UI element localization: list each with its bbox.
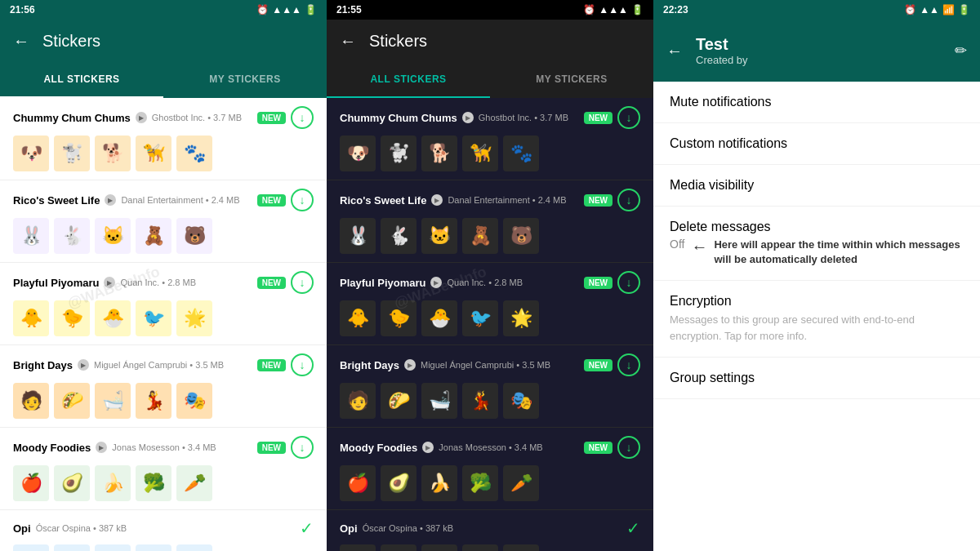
sticker-previews: 🐶 🐩 🐕 🦮 🐾 — [13, 136, 314, 171]
sticker-name: Opi — [340, 522, 358, 535]
sticker-preview: 🥑 — [54, 465, 90, 501]
sticker-preview: 🍌 — [95, 465, 131, 501]
edit-button[interactable]: ✏ — [955, 42, 967, 60]
sticker-meta: Miguel Ángel Camprubi • 3.5 MB — [421, 360, 579, 370]
download-button[interactable]: ↓ — [291, 271, 314, 294]
play-icon: ▶ — [422, 442, 434, 453]
play-icon: ▶ — [105, 194, 116, 206]
back-button-3[interactable]: ← — [666, 42, 683, 60]
download-button[interactable]: ↓ — [617, 353, 640, 376]
sticker-item-chummy-2[interactable]: Chummy Chum Chums ▶ Ghostbot Inc. • 3.7 … — [327, 98, 653, 180]
sticker-item-opi-2[interactable]: Opi Óscar Ospina • 387 kB ✓ 👻 👾 🤖 📦 🎮 — [327, 510, 653, 551]
sticker-preview: 🌮 — [381, 383, 416, 419]
sticker-previews: 🍎 🥑 🍌 🥦 🥕 — [13, 465, 314, 501]
new-badge: NEW — [257, 194, 286, 207]
sticker-item-bright-1[interactable]: Bright Days ▶ Miguel Ángel Camprubi • 3.… — [0, 345, 327, 428]
download-button[interactable]: ↓ — [617, 271, 640, 294]
sticker-preview: 🍎 — [340, 465, 376, 501]
new-badge: NEW — [584, 359, 612, 371]
play-icon: ▶ — [104, 277, 115, 288]
sticker-meta: Quan Inc. • 2.8 MB — [447, 278, 578, 287]
sticker-preview: 👻 — [13, 544, 49, 551]
play-icon: ▶ — [136, 112, 147, 123]
new-badge: NEW — [584, 112, 612, 124]
settings-item-group-settings[interactable]: Group settings — [653, 358, 980, 399]
tab-all-stickers-2[interactable]: ALL STICKERS — [327, 62, 490, 98]
sticker-item-rico-2[interactable]: Rico's Sweet Life ▶ Danal Entertainment … — [327, 180, 653, 263]
group-title: Test — [696, 35, 942, 54]
settings-item-encryption[interactable]: Encryption Messages to this group are se… — [653, 281, 980, 358]
sticker-preview: 🧑 — [340, 383, 376, 419]
sticker-preview: 🤖 — [95, 544, 131, 551]
sticker-list-2[interactable]: @WABetaInfo Chummy Chum Chums ▶ Ghostbot… — [327, 98, 653, 551]
sticker-meta: Óscar Ospina • 387 kB — [363, 523, 621, 533]
encryption-label: Encryption — [670, 294, 964, 309]
sticker-item-playful-2[interactable]: Playful Piyomaru ▶ Quan Inc. • 2.8 MB NE… — [327, 263, 653, 345]
settings-item-delete-messages[interactable]: Delete messages Off ← Here will appear t… — [653, 207, 980, 281]
group-settings-label: Group settings — [670, 371, 964, 385]
sticker-name: Chummy Chum Chums — [13, 112, 131, 124]
page-title-1: Stickers — [42, 32, 314, 51]
new-badge: NEW — [584, 442, 612, 454]
new-badge: NEW — [257, 277, 286, 289]
download-button[interactable]: ↓ — [291, 353, 314, 376]
back-button-2[interactable]: ← — [340, 32, 356, 51]
delete-off-value: Off — [670, 238, 684, 251]
status-time-3: 22:23 — [663, 4, 688, 16]
tabs-2: ALL STICKERS MY STICKERS — [327, 62, 653, 98]
sticker-preview: 🐣 — [95, 300, 131, 336]
status-icons-2: ⏰ ▲▲▲ 🔋 — [583, 4, 644, 16]
sticker-item-moody-2[interactable]: Moody Foodies ▶ Jonas Mosesson • 3.4 MB … — [327, 428, 653, 510]
settings-item-media-visibility[interactable]: Media visibility — [653, 165, 980, 207]
stickers-panel-light: 21:56 ⏰ ▲▲▲ 🔋 ← Stickers ALL STICKERS MY… — [0, 0, 327, 551]
sticker-item-chummy-1[interactable]: Chummy Chum Chums ▶ Ghostbot Inc. • 3.7 … — [0, 98, 327, 180]
settings-header: ← Test Created by ✏ — [653, 20, 980, 82]
play-icon: ▶ — [404, 359, 416, 371]
sticker-meta: Jonas Mosesson • 3.4 MB — [112, 442, 252, 452]
tab-all-stickers-1[interactable]: ALL STICKERS — [0, 62, 163, 98]
sticker-previews: 👻 👾 🤖 📦 🎮 — [13, 544, 314, 551]
tab-my-stickers-1[interactable]: MY STICKERS — [163, 62, 327, 98]
status-bar-3: 22:23 ⏰ ▲▲ 📶 🔋 — [653, 0, 980, 20]
wifi-icon: 📶 — [942, 4, 955, 16]
new-badge: NEW — [257, 112, 286, 124]
tab-my-stickers-2[interactable]: MY STICKERS — [490, 62, 653, 98]
settings-item-mute[interactable]: Mute notifications — [653, 82, 980, 123]
group-subtitle: Created by — [696, 54, 942, 66]
sticker-item-opi-1[interactable]: Opi Óscar Ospina • 387 kB ✓ 👻 👾 🤖 📦 🎮 — [0, 510, 327, 551]
sticker-name: Playful Piyomaru — [340, 277, 425, 289]
sticker-preview: 💃 — [462, 383, 498, 419]
sticker-preview: 👾 — [54, 544, 90, 551]
sticker-preview: 📦 — [136, 544, 172, 551]
download-button[interactable]: ↓ — [291, 189, 314, 211]
settings-item-custom-notifications[interactable]: Custom notifications — [653, 123, 980, 165]
sticker-preview: 🐩 — [54, 136, 90, 171]
sticker-previews: 🐥 🐤 🐣 🐦 🌟 — [340, 300, 640, 336]
sticker-list-1[interactable]: @WABetaInfo Chummy Chum Chums ▶ Ghostbot… — [0, 98, 327, 551]
sticker-preview: 🐩 — [381, 136, 416, 171]
sticker-item-bright-2[interactable]: Bright Days ▶ Miguel Ángel Camprubi • 3.… — [327, 345, 653, 428]
back-button-1[interactable]: ← — [13, 32, 29, 51]
download-button[interactable]: ↓ — [291, 106, 314, 129]
encryption-description: Messages to this group are secured with … — [670, 312, 964, 344]
sticker-preview: 🌟 — [503, 300, 539, 336]
sticker-item-rico-1[interactable]: Rico's Sweet Life ▶ Danal Entertainment … — [0, 180, 327, 263]
sticker-item-playful-1[interactable]: Playful Piyomaru ▶ Quan Inc. • 2.8 MB NE… — [0, 263, 327, 345]
custom-notifications-label: Custom notifications — [670, 136, 964, 151]
sticker-name: Bright Days — [340, 359, 399, 371]
download-button[interactable]: ↓ — [617, 106, 640, 129]
sticker-preview: 🧸 — [462, 218, 498, 254]
download-button[interactable]: ↓ — [617, 436, 640, 459]
sticker-item-moody-1[interactable]: Moody Foodies ▶ Jonas Mosesson • 3.4 MB … — [0, 428, 327, 510]
sticker-preview: 🌟 — [176, 300, 212, 336]
sticker-preview: 🐥 — [340, 300, 376, 336]
sticker-preview: 💃 — [136, 383, 172, 419]
sticker-preview: 🥑 — [381, 465, 416, 501]
sticker-preview: 🧑 — [13, 383, 49, 419]
sticker-preview: 🐕 — [95, 136, 131, 171]
signal-icon-2: ▲▲▲ — [599, 4, 628, 16]
download-button[interactable]: ↓ — [291, 436, 314, 459]
download-button[interactable]: ↓ — [617, 189, 640, 211]
new-badge: NEW — [257, 359, 286, 371]
sticker-previews: 🐶 🐩 🐕 🦮 🐾 — [340, 136, 640, 171]
